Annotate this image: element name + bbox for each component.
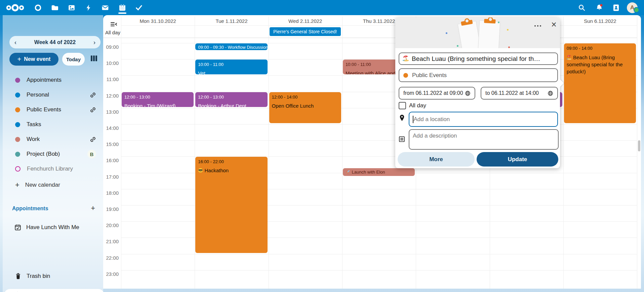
close-icon[interactable]: × [549, 19, 559, 30]
calendar-event[interactable]: 16:00 - 22:00 Hackathon [195, 157, 267, 253]
sidebar-calendar-fenchurch-library[interactable]: Fenchurch Library [9, 164, 100, 174]
hour-line [121, 270, 637, 270]
calendar-event[interactable]: 12:00 - 13:00Booking - Tim (Wizard) [122, 92, 194, 107]
calendar-color-dot[interactable] [15, 137, 20, 142]
sidebar-calendar-appointments[interactable]: Appointments [9, 75, 100, 85]
description-icon [399, 136, 405, 144]
event-time: 12:00 - 13:00 [198, 94, 265, 100]
calendar-color-dot[interactable] [15, 93, 20, 98]
start-datetime-value: from 06.11.2022 at 09:00 [403, 90, 463, 96]
calendar-event[interactable]: 12:00 - 13:00Booking - Arthur Dent [195, 92, 267, 107]
new-calendar-button[interactable]: + New calendar [9, 180, 100, 190]
calendar-check-icon [14, 224, 22, 231]
location-input[interactable]: Add a location [409, 112, 558, 127]
share-avatar-badge: B [87, 150, 96, 158]
contacts-icon[interactable] [611, 0, 621, 15]
location-pin-icon [399, 114, 405, 123]
calendar-color-dot[interactable] [15, 107, 20, 112]
hour-label: 16:00 [103, 157, 119, 163]
all-day-checkbox[interactable] [399, 102, 406, 109]
hour-label: 09:00 [103, 44, 119, 50]
trash-label: Trash bin [27, 273, 50, 280]
activity-icon[interactable] [84, 0, 93, 15]
calendar-event[interactable]: 10:00 - 11:00Vet [195, 60, 267, 74]
hour-label: 15:00 [103, 141, 119, 147]
beach-umbrella-emoji-icon [403, 55, 409, 62]
plus-icon: + [15, 181, 19, 189]
photos-icon[interactable] [67, 0, 76, 15]
column-border [563, 16, 564, 289]
vertical-scrollbar[interactable] [638, 140, 640, 151]
shared-link-icon[interactable] [90, 92, 96, 98]
search-icon[interactable] [577, 0, 587, 15]
active-app-underline [118, 12, 126, 14]
end-datetime-value: to 06.11.2022 at 14:00 [485, 90, 539, 96]
hour-label: 20:00 [103, 222, 119, 228]
calendar-event[interactable]: 12:00 - 14:00Open Office Lunch [269, 92, 341, 123]
mail-icon[interactable] [101, 0, 110, 15]
event-time: 09:00 - 09:30 - Workflow Discussion [198, 44, 265, 50]
event-title-input[interactable]: Beach Luau (Bring something special for … [399, 52, 558, 65]
description-placeholder: Add a description [413, 133, 457, 139]
all-day-event[interactable]: Pierre's General Store Closed! [270, 27, 341, 36]
beach-umbrella-emoji-icon [567, 55, 572, 60]
update-button[interactable]: Update [477, 152, 558, 167]
column-border [195, 16, 195, 289]
avatar[interactable]: A [627, 0, 638, 15]
collapse-view-icon[interactable] [110, 21, 118, 29]
calendar-event[interactable]: Launch with Elon [343, 168, 415, 176]
calendar-app-icon[interactable] [118, 0, 127, 15]
event-edit-popup: × Beach Luau (Bring something special fo… [395, 17, 560, 168]
calendar-event[interactable]: 09:00 - 09:30 - Workflow Discussion [195, 43, 267, 50]
event-title: Hackathon [198, 167, 265, 174]
hour-label: 12:00 [103, 93, 119, 99]
sidebar-calendar-tasks[interactable]: Tasks [9, 120, 100, 129]
trash-bin-item[interactable]: Trash bin [9, 271, 100, 281]
calendar-color-dot[interactable] [15, 78, 20, 83]
week-view-columns-icon[interactable] [91, 56, 99, 63]
clipboard-illustration [457, 21, 481, 48]
more-button[interactable]: More [398, 152, 475, 167]
calendar-event[interactable]: 09:00 - 14:00 Beach Luau (Bring somethin… [564, 43, 636, 123]
end-datetime-field[interactable]: to 06.11.2022 at 14:00 [481, 87, 558, 100]
hour-label: 13:00 [103, 109, 119, 115]
sidebar-calendar-project-bob-[interactable]: Project (Bob)B [9, 149, 100, 159]
calendar-color-dot[interactable] [15, 122, 20, 127]
calendar-select[interactable]: Public Events [399, 68, 558, 82]
notifications-bell-icon[interactable] [595, 0, 604, 15]
add-appointment-config-button[interactable]: + [91, 204, 95, 213]
calendar-color-dot[interactable] [15, 152, 20, 157]
top-bar: A [0, 0, 644, 15]
new-event-label: New event [24, 56, 50, 62]
calendar-select-value: Public Events [412, 72, 447, 79]
status-dot [634, 7, 639, 13]
day-header: Mon 31.10.2022 [121, 18, 195, 25]
sidebar-calendar-public-events[interactable]: Public Events [9, 105, 100, 114]
hour-label: 10:00 [103, 60, 119, 66]
appointment-config-item[interactable]: Have Lunch With Me [9, 223, 100, 232]
today-button[interactable]: Today [62, 53, 85, 66]
shared-link-icon[interactable] [90, 107, 96, 113]
all-day-checkbox-row[interactable]: All day [399, 102, 426, 109]
tasks-icon[interactable] [134, 0, 143, 15]
calendar-ring[interactable] [15, 166, 21, 172]
event-title: Open Office Lunch [272, 103, 338, 109]
dashboard-icon[interactable] [34, 0, 42, 15]
sidebar-calendar-work[interactable]: Work [9, 135, 100, 144]
shared-link-icon [90, 107, 96, 113]
new-event-button[interactable]: + New event [9, 53, 58, 66]
start-datetime-field[interactable]: from 06.11.2022 at 09:00 [399, 87, 475, 100]
clipboard-illustration [478, 20, 500, 48]
timezone-globe-icon[interactable] [548, 90, 553, 96]
popup-more-actions-icon[interactable] [532, 21, 544, 31]
day-header: Wed 2.11.2022 [269, 18, 342, 25]
description-input[interactable]: Add a description [409, 129, 559, 150]
sidebar-calendar-personal[interactable]: Personal [9, 90, 100, 100]
files-icon[interactable] [50, 0, 59, 15]
sunglasses-emoji-icon [198, 168, 203, 173]
shared-link-icon[interactable] [90, 136, 96, 143]
next-week-button[interactable]: › [90, 38, 99, 47]
nextcloud-logo[interactable] [5, 0, 25, 15]
calendar-settings-button[interactable]: Calendar settings [4, 289, 104, 292]
timezone-globe-icon[interactable] [465, 90, 471, 96]
